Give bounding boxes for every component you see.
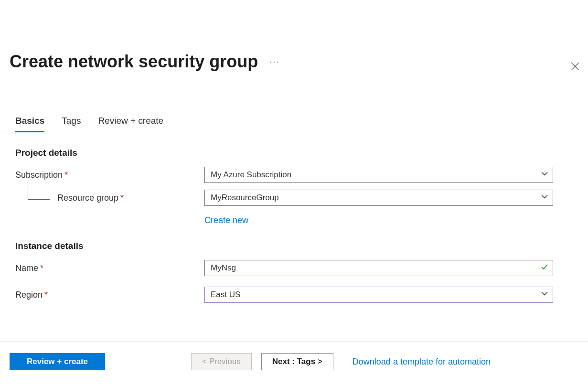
resource-group-label: Resource group* [10, 193, 204, 203]
required-indicator: * [64, 170, 68, 180]
create-new-link[interactable]: Create new [204, 215, 248, 226]
section-project-details: Project details [15, 148, 578, 158]
chevron-down-icon [541, 193, 548, 203]
review-create-button[interactable]: Review + create [10, 353, 105, 370]
more-icon[interactable]: ··· [269, 57, 279, 67]
chevron-down-icon [541, 290, 548, 300]
subscription-select[interactable]: My Azure Subscription [204, 167, 553, 183]
required-indicator: * [120, 193, 124, 203]
tab-review-create[interactable]: Review + create [98, 116, 163, 132]
region-label: Region* [10, 290, 204, 300]
required-indicator: * [40, 263, 43, 273]
tabs: Basics Tags Review + create [10, 116, 578, 132]
name-input[interactable] [204, 260, 553, 276]
tab-basics[interactable]: Basics [15, 116, 44, 132]
close-icon [571, 62, 579, 71]
previous-button: < Previous [191, 353, 252, 370]
region-select[interactable]: East US [204, 287, 553, 303]
subscription-label: Subscription* [10, 170, 204, 180]
tab-tags[interactable]: Tags [62, 116, 81, 132]
chevron-down-icon [541, 170, 548, 180]
resource-group-select[interactable]: MyResourceGroup [204, 190, 553, 206]
page-title: Create network security group [10, 52, 258, 72]
next-button[interactable]: Next : Tags > [261, 353, 333, 370]
section-instance-details: Instance details [15, 241, 578, 251]
close-button[interactable] [569, 60, 581, 73]
download-template-link[interactable]: Download a template for automation [353, 357, 491, 367]
tree-connector [28, 181, 50, 200]
required-indicator: * [44, 290, 48, 300]
name-label: Name* [10, 263, 204, 273]
footer: Review + create < Previous Next : Tags >… [0, 341, 588, 380]
